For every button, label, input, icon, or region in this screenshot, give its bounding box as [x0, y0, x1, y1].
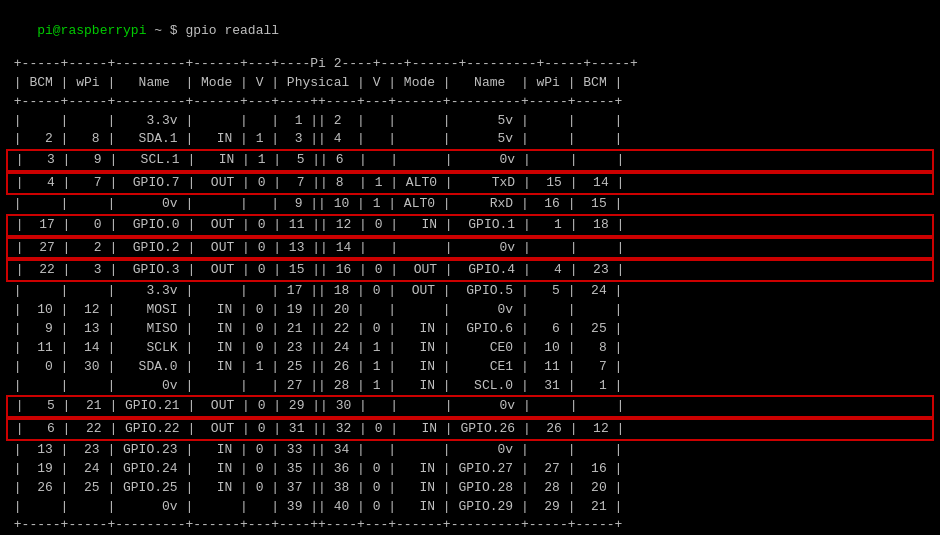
table-row: | 3 | 9 | SCL.1 | IN | 1 | 5 || 6 | | | … [6, 149, 934, 172]
table-row: | | | 3.3v | | | 1 || 2 | | | 5v | | | [6, 112, 934, 131]
table-row: | | | 0v | | | 39 || 40 | 0 | IN | GPIO.… [6, 498, 934, 517]
table-row: | 6 | 22 | GPIO.22 | OUT | 0 | 31 || 32 … [6, 418, 934, 441]
table-row: | 22 | 3 | GPIO.3 | OUT | 0 | 15 || 16 |… [6, 259, 934, 282]
table-output: +-----+-----+---------+------+---+----Pi… [6, 55, 934, 535]
table-row: +-----+-----+---------+------+---+----++… [6, 93, 934, 112]
table-row: +-----+-----+---------+------+---+----Pi… [6, 55, 934, 74]
table-row: | 5 | 21 | GPIO.21 | OUT | 0 | 29 || 30 … [6, 395, 934, 418]
table-row: | 26 | 25 | GPIO.25 | IN | 0 | 37 || 38 … [6, 479, 934, 498]
terminal: pi@raspberrypi ~ $ gpio readall +-----+-… [6, 8, 934, 527]
table-row: | 17 | 0 | GPIO.0 | OUT | 0 | 11 || 12 |… [6, 214, 934, 237]
table-row: | 27 | 2 | GPIO.2 | OUT | 0 | 13 || 14 |… [6, 237, 934, 260]
table-row: +-----+-----+---------+------+---+----++… [6, 516, 934, 535]
table-row: | 10 | 12 | MOSI | IN | 0 | 19 || 20 | |… [6, 301, 934, 320]
table-row: | 2 | 8 | SDA.1 | IN | 1 | 3 || 4 | | | … [6, 130, 934, 149]
table-row: | | | 0v | | | 9 || 10 | 1 | ALT0 | RxD … [6, 195, 934, 214]
table-row: | 4 | 7 | GPIO.7 | OUT | 0 | 7 || 8 | 1 … [6, 172, 934, 195]
prompt-line-1: pi@raspberrypi ~ $ gpio readall [6, 8, 934, 53]
table-row: | 9 | 13 | MISO | IN | 0 | 21 || 22 | 0 … [6, 320, 934, 339]
prompt-user: pi@raspberrypi [37, 23, 146, 38]
table-row: | 13 | 23 | GPIO.23 | IN | 0 | 33 || 34 … [6, 441, 934, 460]
table-row: | | | 0v | | | 27 || 28 | 1 | IN | SCL.0… [6, 377, 934, 396]
table-row: | 19 | 24 | GPIO.24 | IN | 0 | 35 || 36 … [6, 460, 934, 479]
table-row: | 11 | 14 | SCLK | IN | 0 | 23 || 24 | 1… [6, 339, 934, 358]
table-row: | 0 | 30 | SDA.0 | IN | 1 | 25 || 26 | 1… [6, 358, 934, 377]
table-row: | | | 3.3v | | | 17 || 18 | 0 | OUT | GP… [6, 282, 934, 301]
table-row: | BCM | wPi | Name | Mode | V | Physical… [6, 74, 934, 93]
